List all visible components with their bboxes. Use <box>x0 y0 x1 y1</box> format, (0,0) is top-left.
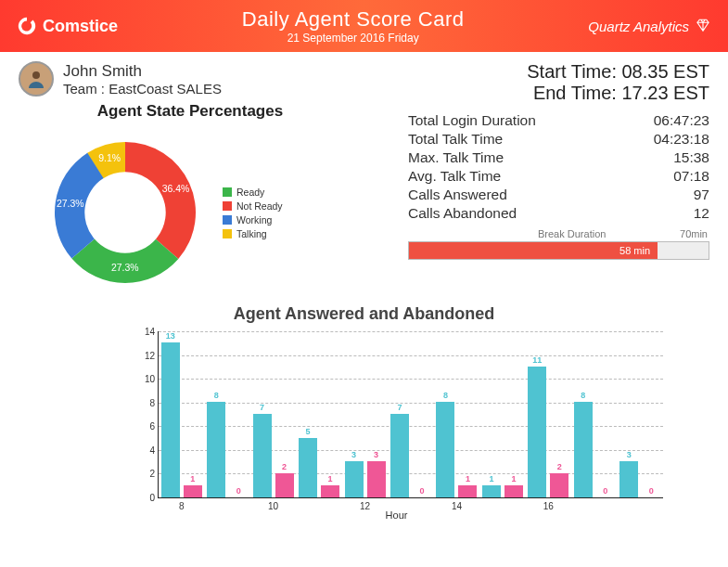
break-label: Break Duration <box>538 228 606 239</box>
stat-label: Avg. Talk Time <box>408 168 501 185</box>
comstice-logo-icon <box>17 16 37 36</box>
page-title: Daily Agent Score Card <box>242 7 465 32</box>
break-progress: 58 min <box>408 241 709 260</box>
bar-chart: 0246810121413188072105133127081141111216… <box>130 328 663 521</box>
svg-text:36.4%: 36.4% <box>162 184 190 194</box>
donut-chart: 9.1%36.4%27.3%27.3% <box>37 124 213 301</box>
swatch-icon <box>223 201 232 211</box>
stat-value: 12 <box>694 205 709 222</box>
stat-value: 07:18 <box>673 168 709 185</box>
agent-name: John Smith <box>63 62 222 81</box>
start-time: Start Time: 08.35 EST <box>408 61 709 83</box>
page-date: 21 September 2016 Friday <box>242 32 465 45</box>
swatch-icon <box>223 215 232 225</box>
end-time: End Time: 17.23 EST <box>408 83 709 104</box>
stat-value: 06:47:23 <box>654 112 709 129</box>
app-header: Comstice Daily Agent Score Card 21 Septe… <box>0 0 728 52</box>
svg-text:27.3%: 27.3% <box>111 263 139 273</box>
stat-label: Max. Talk Time <box>408 149 504 166</box>
break-header: Break Duration 70min <box>408 228 709 239</box>
stat-label: Calls Answered <box>408 187 507 203</box>
legend-not-ready: Not Ready <box>236 200 283 212</box>
diamond-icon <box>695 18 711 34</box>
svg-text:9.1%: 9.1% <box>98 153 121 163</box>
legend-talking: Talking <box>236 228 267 239</box>
swatch-icon <box>223 229 232 238</box>
legend-ready: Ready <box>236 187 264 198</box>
stats-table: Total Login Duration06:47:23 Total Talk … <box>408 111 709 223</box>
analytics-brand: Quartz Analytics <box>588 18 711 34</box>
stat-label: Total Login Duration <box>408 112 536 129</box>
analytics-label: Quartz Analytics <box>588 19 689 34</box>
avatar <box>19 61 54 97</box>
donut-legend: Ready Not Ready Working Talking <box>223 184 283 242</box>
agent-team: Team : EastCoast SALES <box>63 81 222 97</box>
swatch-icon <box>223 187 232 197</box>
donut-title: Agent State Percentages <box>19 102 362 121</box>
stat-value: 04:23:18 <box>654 131 709 148</box>
break-value: 58 min <box>619 245 650 256</box>
header-title-block: Daily Agent Score Card 21 September 2016… <box>242 7 465 45</box>
svg-text:27.3%: 27.3% <box>57 199 84 209</box>
legend-working: Working <box>236 214 272 226</box>
brand-name: Comstice <box>43 17 118 36</box>
stat-label: Calls Abandoned <box>408 205 517 222</box>
bar-title: Agent Answered and Abandoned <box>28 304 700 324</box>
svg-point-0 <box>32 71 40 79</box>
stat-label: Total Talk Time <box>408 131 503 148</box>
brand-logo: Comstice <box>17 16 118 36</box>
x-axis-title: Hour <box>386 509 408 521</box>
break-max: 70min <box>680 228 708 239</box>
person-icon <box>25 68 47 90</box>
break-progress-fill: 58 min <box>409 242 658 259</box>
time-block: Start Time: 08.35 EST End Time: 17.23 ES… <box>408 61 709 104</box>
stat-value: 15:38 <box>673 149 709 166</box>
stat-value: 97 <box>694 187 709 203</box>
agent-identity: John Smith Team : EastCoast SALES <box>19 61 362 97</box>
